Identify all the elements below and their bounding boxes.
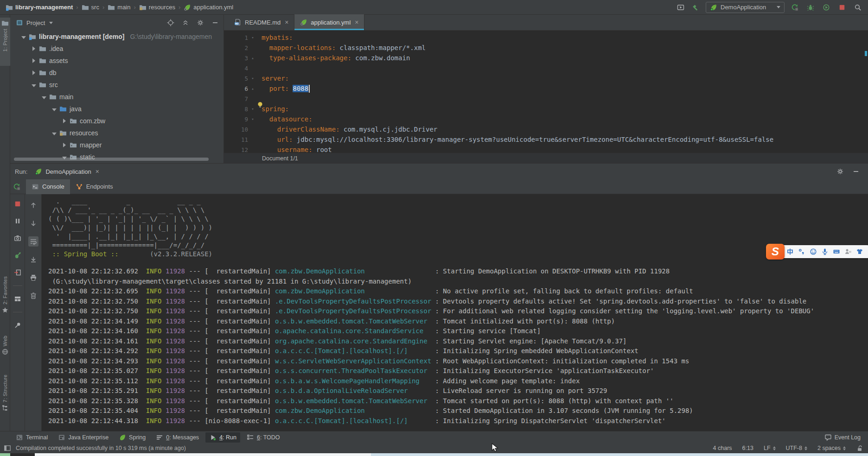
restore-layout-button[interactable]: [13, 294, 23, 304]
tree-item-.idea[interactable]: .idea: [10, 43, 223, 55]
debug-button-icon[interactable]: [807, 4, 814, 11]
hide-panel-button-icon[interactable]: [211, 19, 219, 26]
tree-expand-icon[interactable]: [32, 69, 36, 76]
breadcrumb-item-library-management[interactable]: library-management: [4, 3, 75, 12]
toolwindow-toggle-icon[interactable]: [4, 444, 11, 452]
project-settings-button-icon[interactable]: [197, 19, 204, 26]
editor-gutter[interactable]: 1▾23▴45▾6▴78▾9▾101112: [224, 31, 259, 153]
toolwindow-button-Spring[interactable]: Spring: [115, 432, 149, 443]
soft-wrap-button[interactable]: [28, 236, 38, 247]
hide-run-panel-button-icon[interactable]: [852, 168, 860, 175]
exit-button[interactable]: [13, 267, 23, 278]
status-widget-LF[interactable]: LF: [764, 445, 776, 451]
project-panel-title[interactable]: Project: [26, 19, 45, 26]
clear-all-button[interactable]: [28, 291, 38, 301]
close-icon[interactable]: ×: [284, 19, 289, 25]
status-widget-UTF-8[interactable]: UTF-8: [786, 445, 807, 451]
gutter-line[interactable]: 4: [224, 63, 259, 73]
close-icon[interactable]: ×: [95, 168, 100, 175]
rerun-button-icon[interactable]: [791, 4, 798, 11]
toolwindow-button-Terminal[interactable]: Terminal: [12, 432, 51, 443]
tree-item-static[interactable]: static: [10, 151, 223, 163]
ime-person-icon[interactable]: [844, 248, 852, 255]
prev-message-button[interactable]: [28, 200, 38, 210]
tree-collapse-icon[interactable]: [42, 93, 46, 101]
breadcrumb-item-src[interactable]: src: [80, 3, 101, 12]
gutter-line[interactable]: 5▾: [224, 73, 259, 83]
tree-item-resources[interactable]: resources: [10, 127, 223, 139]
tree-collapse-icon[interactable]: [32, 81, 36, 89]
toolwindow-button-Messages[interactable]: 0: Messages: [152, 432, 203, 443]
tree-item-com.zbw[interactable]: com.zbw: [10, 115, 223, 127]
code-line[interactable]: port: 8088: [262, 83, 864, 94]
gutter-line[interactable]: 3▴: [224, 53, 259, 63]
event-log-button[interactable]: Event Log: [824, 434, 863, 441]
tree-item-src[interactable]: src: [10, 79, 223, 91]
code-line[interactable]: [262, 94, 864, 104]
chevron-down-icon[interactable]: [49, 22, 53, 24]
code-line[interactable]: [262, 63, 864, 73]
code-line[interactable]: username: root: [262, 145, 864, 155]
code-line[interactable]: type-aliases-package: com.zbw.domain: [262, 53, 864, 63]
run-window-button-icon[interactable]: [677, 4, 684, 11]
status-widget-2spaces[interactable]: 2 spaces: [817, 445, 846, 451]
collapse-all-button-icon[interactable]: [182, 19, 189, 26]
gutter-line[interactable]: 2: [224, 43, 259, 53]
pause-output-button[interactable]: [13, 216, 23, 226]
toolwindow-project[interactable]: 1: Project: [0, 18, 10, 66]
select-opened-file-button-icon[interactable]: [167, 19, 174, 26]
tree-collapse-icon[interactable]: [52, 105, 57, 113]
restart-debug-button[interactable]: [13, 250, 23, 260]
pin-tab-button[interactable]: [13, 320, 23, 330]
status-message[interactable]: Compilation completed successfully in 10…: [16, 445, 186, 451]
toolwindow-favorites[interactable]: 2: Favorites: [0, 274, 10, 316]
tree-item-java[interactable]: java: [10, 103, 223, 115]
code-line[interactable]: server:: [262, 73, 864, 83]
stop-button-icon[interactable]: [838, 4, 846, 11]
tree-expand-icon[interactable]: [32, 45, 36, 52]
code-line[interactable]: driverClassName: com.mysql.cj.jdbc.Drive…: [262, 124, 864, 134]
console-output[interactable]: . ____ _ __ _ _ /\\ / ___'_ __ _ _(_)_ _…: [42, 194, 868, 431]
gutter-line[interactable]: 12: [224, 145, 259, 155]
toolwindow-button-Run[interactable]: 4: Run: [205, 432, 240, 443]
build-project-button-icon[interactable]: [692, 4, 699, 11]
code-line[interactable]: url: jdbc:mysql://localhost:3306/library…: [262, 134, 864, 145]
ime-zhong-icon[interactable]: [786, 248, 794, 255]
tree-expand-icon[interactable]: [62, 141, 67, 149]
code-line[interactable]: datasource:: [262, 114, 864, 124]
gutter-line[interactable]: 9▾: [224, 114, 259, 124]
next-message-button[interactable]: [28, 218, 38, 228]
tree-item-main[interactable]: main: [10, 91, 223, 103]
tab-application.yml[interactable]: application.yml×: [294, 14, 364, 30]
tab-README.md[interactable]: MDREADME.md×: [229, 14, 294, 30]
fold-up-icon[interactable]: ▴: [248, 86, 257, 91]
horizontal-scrollbar[interactable]: [14, 158, 209, 161]
thread-dump-button[interactable]: [13, 233, 23, 243]
tree-item-assets[interactable]: assets: [10, 55, 223, 67]
rerun-icon[interactable]: [13, 183, 20, 190]
code-line[interactable]: spring:: [262, 104, 864, 114]
fold-down-icon[interactable]: ▾: [248, 107, 257, 111]
tree-item-db[interactable]: db: [10, 67, 223, 79]
run-settings-button-icon[interactable]: [836, 168, 844, 175]
search-everywhere-button-icon[interactable]: [854, 4, 862, 11]
toolwindow-web[interactable]: Web: [0, 334, 10, 357]
ime-shirt-icon[interactable]: [856, 248, 863, 255]
breadcrumb-item-main[interactable]: main: [106, 3, 132, 12]
print-button[interactable]: [28, 272, 38, 283]
sogou-logo[interactable]: S: [766, 244, 785, 260]
fold-down-icon[interactable]: ▾: [248, 117, 257, 121]
gutter-line[interactable]: 7: [224, 94, 259, 104]
ime-smiley-icon[interactable]: [810, 248, 817, 255]
tree-expand-icon[interactable]: [62, 117, 67, 125]
ime-keyboard-icon[interactable]: [833, 248, 840, 255]
gutter-line[interactable]: 10: [224, 124, 259, 134]
write-lock-button[interactable]: [856, 444, 863, 452]
gutter-line[interactable]: 1▾: [224, 32, 259, 43]
toolwindow-structure[interactable]: 7: Structure: [0, 373, 10, 413]
tree-item-library-management[interactable]: library-management [demo]G:\study\librar…: [10, 31, 223, 43]
gutter-line[interactable]: 6▴: [224, 83, 259, 94]
toolwindow-button-JavaEnterprise[interactable]: Java Enterprise: [54, 432, 112, 443]
stop-process-button[interactable]: [13, 199, 23, 209]
ime-punct-icon[interactable]: [798, 248, 805, 255]
